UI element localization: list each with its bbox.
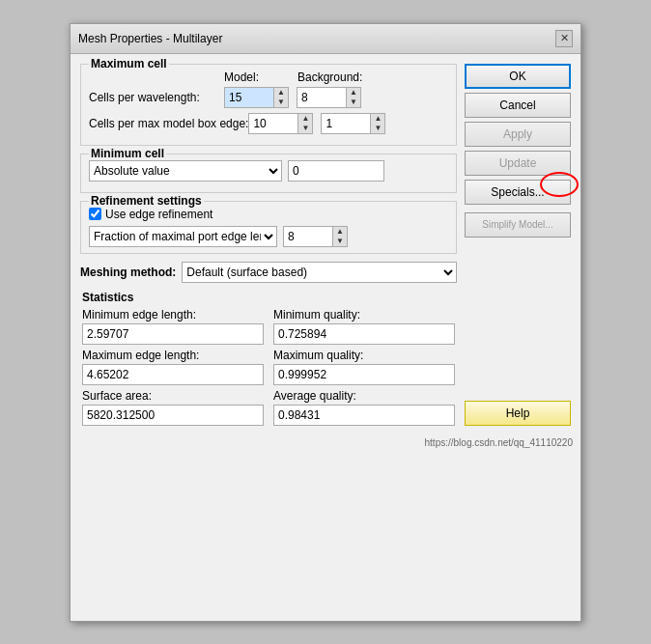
main-window: Mesh Properties - Multilayer ✕ Maximum c…: [70, 23, 581, 622]
fraction-row: Fraction of maximal port edge length Abs…: [89, 226, 448, 247]
cells-per-wavelength-label: Cells per wavelength:: [89, 91, 224, 104]
model-header: Model:: [224, 70, 290, 84]
fraction-down[interactable]: ▼: [333, 237, 347, 246]
max-quality-label: Maximum quality:: [273, 349, 455, 362]
bg-wavelength-input[interactable]: [297, 88, 346, 107]
use-edge-row: Use edge refinement: [89, 208, 448, 221]
meshing-method-row: Meshing method: Default (surface based) …: [80, 262, 457, 283]
bg-wavelength-up[interactable]: ▲: [347, 88, 360, 98]
bg-max-input[interactable]: [322, 114, 370, 133]
bg-max-btns: ▲ ▼: [370, 114, 384, 133]
model-wavelength-up[interactable]: ▲: [274, 88, 288, 98]
model-wavelength-input[interactable]: [225, 88, 273, 107]
max-quality-value[interactable]: [273, 364, 455, 385]
model-max-up[interactable]: ▲: [298, 114, 312, 124]
right-panel: OK Cancel Apply Update Specials... Simpl…: [465, 64, 571, 426]
fraction-dropdown[interactable]: Fraction of maximal port edge length Abs…: [89, 226, 277, 247]
content-area: Maximum cell Model: Background: Cells pe…: [71, 54, 580, 435]
left-panel: Maximum cell Model: Background: Cells pe…: [80, 64, 457, 426]
min-edge-item: Minimum edge length:: [82, 308, 264, 345]
refinement-section: Refinement settings Use edge refinement …: [80, 201, 457, 254]
model-wavelength-down[interactable]: ▼: [274, 98, 288, 107]
model-max-btns: ▲ ▼: [297, 114, 312, 133]
surface-area-label: Surface area:: [82, 389, 264, 403]
max-edge-label: Maximum edge length:: [82, 349, 264, 362]
model-wavelength-spinbox[interactable]: ▲ ▼: [224, 87, 289, 108]
minimum-cell-title: Minimum cell: [89, 147, 166, 160]
simplify-model-button[interactable]: Simplify Model...: [465, 212, 571, 238]
use-edge-label: Use edge refinement: [105, 208, 212, 221]
cancel-button[interactable]: Cancel: [465, 93, 571, 118]
surface-area-item: Surface area:: [82, 389, 264, 426]
min-quality-value[interactable]: [273, 323, 455, 345]
cells-per-max-row: Cells per max model box edge: ▲ ▼: [89, 113, 448, 134]
min-edge-label: Minimum edge length:: [82, 308, 264, 322]
background-header: Background:: [297, 70, 363, 84]
surface-area-value[interactable]: [82, 405, 264, 426]
statistics-title: Statistics: [82, 291, 455, 304]
title-bar: Mesh Properties - Multilayer ✕: [71, 24, 580, 54]
window-title: Mesh Properties - Multilayer: [78, 32, 222, 45]
bg-max-spinbox[interactable]: ▲ ▼: [321, 113, 385, 134]
avg-quality-value[interactable]: [273, 405, 455, 426]
refinement-title: Refinement settings: [89, 194, 204, 208]
fraction-spinbox[interactable]: ▲ ▼: [283, 226, 348, 247]
bg-max-down[interactable]: ▼: [371, 124, 384, 133]
bg-wavelength-spinbox[interactable]: ▲ ▼: [297, 87, 361, 108]
minimum-cell-section: Minimum cell Absolute value Fraction of …: [80, 154, 457, 193]
model-bg-headers: Model: Background:: [89, 70, 448, 84]
model-wavelength-btns: ▲ ▼: [273, 88, 288, 107]
max-edge-value[interactable]: [82, 364, 264, 385]
model-max-down[interactable]: ▼: [298, 124, 312, 133]
avg-quality-item: Average quality:: [273, 389, 455, 426]
meshing-method-label: Meshing method:: [80, 266, 176, 279]
cells-per-max-label: Cells per max model box edge:: [89, 117, 248, 130]
min-quality-label: Minimum quality:: [273, 308, 455, 322]
ok-button[interactable]: OK: [465, 64, 571, 89]
statistics-section: Statistics Minimum edge length: Minimum …: [80, 291, 457, 426]
minimum-cell-input[interactable]: [288, 160, 384, 182]
bg-wavelength-down[interactable]: ▼: [347, 98, 360, 107]
statistics-grid: Minimum edge length: Minimum quality: Ma…: [82, 308, 455, 426]
fraction-input[interactable]: [284, 227, 332, 246]
minimum-cell-row: Absolute value Fraction of wavelength: [89, 160, 448, 182]
maximum-cell-section: Maximum cell Model: Background: Cells pe…: [80, 64, 457, 146]
fraction-up[interactable]: ▲: [333, 227, 347, 237]
maximum-cell-title: Maximum cell: [89, 57, 169, 70]
min-edge-value[interactable]: [82, 323, 264, 345]
update-button[interactable]: Update: [465, 151, 571, 176]
cells-per-wavelength-row: Cells per wavelength: ▲ ▼ ▲: [89, 87, 448, 108]
apply-button[interactable]: Apply: [465, 122, 571, 147]
min-quality-item: Minimum quality:: [273, 308, 455, 345]
minimum-cell-dropdown[interactable]: Absolute value Fraction of wavelength: [89, 160, 282, 182]
use-edge-checkbox[interactable]: [89, 208, 101, 220]
max-quality-item: Maximum quality:: [273, 349, 455, 385]
model-max-spinbox[interactable]: ▲ ▼: [248, 113, 313, 134]
avg-quality-label: Average quality:: [273, 389, 455, 403]
close-button[interactable]: ✕: [555, 30, 573, 47]
model-max-input[interactable]: [249, 114, 297, 133]
specials-button[interactable]: Specials...: [465, 180, 571, 205]
meshing-method-dropdown[interactable]: Default (surface based) Surface (fast) V…: [182, 262, 457, 283]
max-edge-item: Maximum edge length:: [82, 349, 264, 385]
fraction-btns: ▲ ▼: [332, 227, 347, 246]
watermark: https://blog.csdn.net/qq_41110220: [71, 435, 580, 452]
bg-max-up[interactable]: ▲: [371, 114, 384, 124]
bg-wavelength-btns: ▲ ▼: [346, 88, 360, 107]
help-button[interactable]: Help: [465, 401, 571, 426]
